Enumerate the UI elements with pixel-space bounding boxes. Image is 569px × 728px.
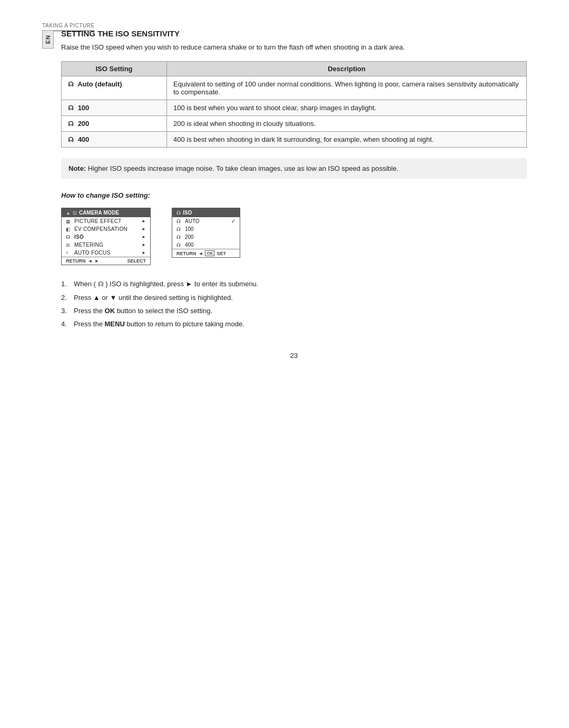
how-to-title: How to change ISO setting:	[61, 191, 527, 199]
page-number: 23	[61, 352, 527, 360]
table-cell-setting-0: ☊ Auto (default)	[62, 76, 167, 100]
table-cell-desc-3: 400 is best when shooting in dark lit su…	[167, 131, 527, 147]
table-cell-setting-1: ☊ 100	[62, 100, 167, 115]
iso-footer-set-label: SET	[217, 251, 226, 256]
iso-icon-100: ☊	[68, 104, 74, 112]
camera-menu-header: ▲ ⊡ CAMERA MODE	[62, 208, 150, 217]
iso-checkmark: ✓	[231, 218, 236, 224]
menu-label-ev: EV COMPENSATION	[74, 226, 142, 232]
table-setting-0: Auto (default)	[77, 80, 122, 88]
iso-auto-icon: ☊	[176, 219, 185, 224]
note-label: Note:	[68, 164, 86, 172]
iso-label-400: 400	[185, 242, 194, 248]
iso-submenu-header: ☊ ISO	[172, 208, 240, 217]
note-box: Note: Higher ISO speeds increase image n…	[61, 158, 527, 179]
table-col2-header: Description	[167, 61, 527, 76]
iso-header-icon: ☊	[176, 210, 181, 216]
step-2: Press ▲ or ▼ until the desired setting i…	[61, 292, 527, 304]
picture-effect-icon: ▦	[66, 219, 74, 224]
table-cell-setting-2: ☊ 200	[62, 115, 167, 131]
breadcrumb: TAKING A PICTURE	[42, 21, 527, 29]
table-setting-2: 200	[78, 120, 90, 128]
iso-arrow: ►	[142, 235, 146, 239]
iso-item-200: ☊ 200	[172, 233, 240, 241]
camera-menu-left-arrow: ◄	[88, 258, 93, 264]
menu-item-metering: ⊞ METERING ►	[62, 241, 150, 249]
table-cell-desc-1: 100 is best when you want to shoot clear…	[167, 100, 527, 115]
step-3: Press the OK button to select the ISO se…	[61, 305, 527, 317]
picture-effect-arrow: ►	[142, 219, 146, 224]
menu-item-iso: ☊ ISO ►	[62, 233, 150, 241]
camera-menu-return-label: RETURN	[66, 258, 86, 264]
iso-menu-icon: ☊	[66, 235, 74, 240]
metering-arrow: ►	[142, 242, 146, 247]
camera-menu-footer: RETURN ◄ ► SELECT	[62, 257, 150, 265]
iso-footer-left-arrow: ◄	[199, 251, 203, 256]
iso-400-icon: ☊	[176, 242, 185, 248]
menu-item-picture-effect: ▦ PICTURE EFFECT ►	[62, 217, 150, 225]
steps-list: When ( ☊ ) ISO is highlighted, press ► t…	[61, 278, 527, 331]
iso-table: ISO Setting Description ☊ Auto (default)…	[61, 61, 527, 148]
camera-menu-select-label: SELECT	[127, 258, 146, 264]
iso-label-auto: AUTO	[185, 218, 200, 224]
iso-100-icon: ☊	[176, 227, 185, 232]
table-col1-header: ISO Setting	[62, 61, 167, 76]
camera-menu-title: CAMERA MODE	[79, 210, 119, 216]
iso-icon-200: ☊	[68, 120, 74, 128]
table-row: ☊ 400 400 is best when shooting in dark …	[62, 131, 527, 147]
table-row: ☊ Auto (default) Equivalent to setting o…	[62, 76, 527, 100]
iso-item-auto: ☊ AUTO ✓	[172, 217, 240, 225]
autofocus-icon: ⌗	[66, 250, 74, 256]
iso-label-100: 100	[185, 226, 194, 232]
iso-symbol-inline: ☊	[98, 280, 104, 288]
iso-item-100: ☊ 100	[172, 225, 240, 233]
ev-icon: ◧	[66, 227, 74, 232]
menu-label-iso: ISO	[74, 234, 142, 240]
camera-menu-up-arrow: ▲	[66, 210, 71, 216]
menu-label-picture-effect: PICTURE EFFECT	[74, 218, 142, 224]
autofocus-arrow: ►	[142, 250, 146, 255]
side-tab: EN	[42, 30, 54, 48]
table-row: ☊ 200 200 is ideal when shooting in clou…	[62, 115, 527, 131]
iso-header-label: ISO	[183, 210, 192, 216]
iso-menu-footer: RETURN ◄ OK SET	[172, 249, 240, 257]
iso-icon-auto: ☊	[68, 81, 74, 88]
table-cell-setting-3: ☊ 400	[62, 131, 167, 147]
table-row: ☊ 100 100 is best when you want to shoot…	[62, 100, 527, 115]
iso-icon-400: ☊	[68, 136, 74, 143]
table-cell-desc-0: Equivalent to setting of 100 under norma…	[167, 76, 527, 100]
iso-label-200: 200	[185, 234, 194, 240]
table-setting-1: 100	[78, 104, 90, 112]
camera-mode-menu: ▲ ⊡ CAMERA MODE ▦ PICTURE EFFECT ► ◧ EV …	[61, 208, 151, 265]
table-setting-3: 400	[78, 135, 90, 143]
menu-label-autofocus: AUTO FOCUS	[74, 250, 142, 256]
step-4: Press the MENU button to return to pictu…	[61, 318, 527, 330]
ev-arrow: ►	[142, 227, 146, 231]
section-title: SETTING THE ISO SENSITIVITY	[61, 29, 527, 38]
metering-icon: ⊞	[66, 242, 74, 248]
menu-item-autofocus: ⌗ AUTO FOCUS ►	[62, 249, 150, 257]
step-1: When ( ☊ ) ISO is highlighted, press ► t…	[61, 278, 527, 290]
table-cell-desc-2: 200 is ideal when shooting in cloudy sit…	[167, 115, 527, 131]
ok-box: OK	[205, 250, 214, 256]
camera-menu-right-arrow: ►	[94, 258, 99, 264]
camera-menu-cam-icon: ⊡	[73, 210, 77, 216]
menu-item-ev: ◧ EV COMPENSATION ►	[62, 225, 150, 233]
iso-200-icon: ☊	[176, 235, 185, 240]
iso-submenu: ☊ ISO ☊ AUTO ✓ ☊ 100 ☊ 200 ☊	[172, 208, 240, 258]
intro-text: Raise the ISO speed when you wish to red…	[61, 42, 527, 53]
iso-footer-return-label: RETURN	[176, 251, 197, 256]
menu-label-metering: METERING	[74, 242, 142, 248]
note-text: Higher ISO speeds increase image noise. …	[86, 164, 398, 172]
main-content: SETTING THE ISO SENSITIVITY Raise the IS…	[61, 29, 527, 360]
iso-item-400: ☊ 400	[172, 241, 240, 249]
menu-diagrams: ▲ ⊡ CAMERA MODE ▦ PICTURE EFFECT ► ◧ EV …	[61, 208, 527, 265]
